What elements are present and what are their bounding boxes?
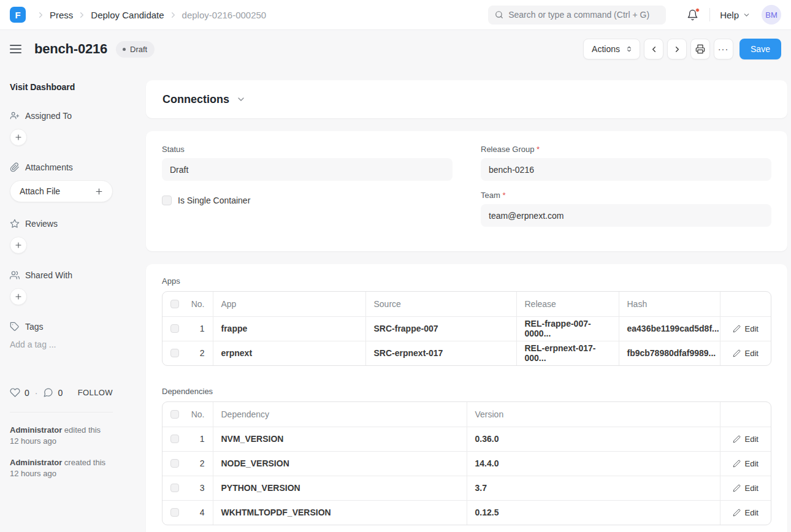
row-number: 1 xyxy=(200,324,205,333)
comments-count: 0 xyxy=(58,388,63,398)
add-tag-input[interactable]: Add a tag ... xyxy=(10,340,113,349)
grids-card: Apps No. App Source Release Hash xyxy=(146,264,787,532)
attach-file-label: Attach File xyxy=(20,186,60,196)
page-title: bench-0216 xyxy=(34,41,107,57)
print-button[interactable] xyxy=(690,39,710,59)
user-avatar[interactable]: BM xyxy=(762,5,781,25)
activity-time: 12 hours ago xyxy=(10,468,113,479)
pencil-icon xyxy=(733,435,741,443)
save-button[interactable]: Save xyxy=(739,39,781,59)
notifications-button[interactable] xyxy=(687,9,698,21)
previous-record-button[interactable] xyxy=(644,39,663,59)
row-checkbox[interactable] xyxy=(170,459,179,468)
dependencies-header-row: No. Dependency Version xyxy=(162,402,771,427)
version-cell[interactable]: 0.36.0 xyxy=(467,427,720,451)
actions-dropdown[interactable]: Actions xyxy=(583,39,640,59)
team-input[interactable] xyxy=(481,204,771,227)
breadcrumb-deploy-candidate[interactable]: Deploy Candidate xyxy=(91,10,164,20)
column-source: Source xyxy=(365,292,516,316)
assigned-to-label: Assigned To xyxy=(25,111,72,121)
select-all-checkbox[interactable] xyxy=(170,410,179,419)
row-checkbox[interactable] xyxy=(170,508,179,517)
edit-row-button[interactable]: Edit xyxy=(733,508,759,517)
visit-dashboard-link[interactable]: Visit Dashboard xyxy=(10,82,113,92)
dependency-cell[interactable]: PYTHON_VERSION xyxy=(213,476,467,500)
dependency-cell[interactable]: NVM_VERSION xyxy=(213,427,467,451)
activity-entry: Administrator edited this 12 hours ago xyxy=(10,425,113,447)
row-number: 2 xyxy=(200,348,205,358)
add-assignment-button[interactable] xyxy=(10,129,27,146)
add-share-button[interactable] xyxy=(10,288,27,305)
details-card: Status Is Single Container Release Group… xyxy=(146,131,787,251)
single-container-field[interactable]: Is Single Container xyxy=(162,196,453,205)
edit-row-button[interactable]: Edit xyxy=(733,484,759,493)
row-checkbox[interactable] xyxy=(170,435,179,443)
edit-row-button[interactable]: Edit xyxy=(733,459,759,468)
hash-cell[interactable]: fb9cb78980dfaf9989... xyxy=(619,341,720,365)
breadcrumb-press[interactable]: Press xyxy=(50,10,73,20)
column-app: App xyxy=(213,292,365,316)
hash-cell[interactable]: ea436be1199cad5d8f... xyxy=(619,316,720,341)
tags-section: Tags Add a tag ... xyxy=(10,322,113,349)
sidebar-divider xyxy=(10,412,113,412)
more-options-button[interactable]: ... xyxy=(714,39,733,59)
connections-toggle[interactable]: Connections xyxy=(162,93,246,106)
edit-row-button[interactable]: Edit xyxy=(733,324,759,333)
single-container-checkbox[interactable] xyxy=(162,196,172,205)
content: Visit Dashboard Assigned To Attachments … xyxy=(0,68,791,532)
follow-button[interactable]: FOLLOW xyxy=(78,388,113,397)
row-checkbox[interactable] xyxy=(170,324,179,333)
tags-label: Tags xyxy=(25,322,44,332)
status-field: Status xyxy=(162,145,453,181)
global-search[interactable] xyxy=(488,6,666,25)
single-container-label: Is Single Container xyxy=(178,196,250,205)
frappe-logo[interactable]: F xyxy=(10,7,26,23)
pencil-icon xyxy=(733,460,741,468)
release-cell[interactable]: REL-frappe-007-0000... xyxy=(516,316,619,341)
dependency-cell[interactable]: NODE_VERSION xyxy=(213,451,467,476)
user-plus-icon xyxy=(10,111,20,121)
dot-separator: · xyxy=(35,388,38,398)
row-checkbox[interactable] xyxy=(170,349,179,357)
edit-row-button[interactable]: Edit xyxy=(733,435,759,444)
connections-card: Connections xyxy=(146,80,787,118)
header-actions: Actions ... Save xyxy=(583,39,781,59)
version-cell[interactable]: 3.7 xyxy=(467,476,720,500)
chevron-down-icon xyxy=(236,94,246,104)
dependencies-table-row: 1 NVM_VERSION 0.36.0 Edit xyxy=(162,427,771,451)
release-group-input[interactable] xyxy=(481,158,771,181)
version-cell[interactable]: 0.12.5 xyxy=(467,500,720,525)
source-cell[interactable]: SRC-erpnext-017 xyxy=(365,341,516,365)
source-cell[interactable]: SRC-frappe-007 xyxy=(365,316,516,341)
next-record-button[interactable] xyxy=(667,39,687,59)
activity-log: Administrator edited this 12 hours ago A… xyxy=(10,425,113,479)
column-hash: Hash xyxy=(619,292,720,316)
release-cell[interactable]: REL-erpnext-017-000... xyxy=(516,341,619,365)
help-menu[interactable]: Help xyxy=(720,10,751,20)
attachments-section: Attachments Attach File xyxy=(10,162,113,202)
select-all-checkbox[interactable] xyxy=(170,300,179,308)
app-cell[interactable]: frappe xyxy=(213,316,365,341)
plus-icon xyxy=(95,188,103,196)
chevron-right-icon xyxy=(169,10,178,20)
row-number: 4 xyxy=(200,507,205,517)
comment-icon[interactable] xyxy=(43,387,53,398)
edit-row-button[interactable]: Edit xyxy=(733,349,759,358)
status-input[interactable] xyxy=(162,158,453,181)
search-input[interactable] xyxy=(508,10,659,20)
column-no: No. xyxy=(191,299,205,309)
document-social-row: 0 · 0 FOLLOW xyxy=(10,387,113,398)
ellipsis-icon: ... xyxy=(718,42,729,56)
sidebar-toggle-icon[interactable] xyxy=(10,45,21,53)
attach-file-button[interactable]: Attach File xyxy=(10,180,113,202)
add-review-button[interactable] xyxy=(10,237,27,254)
dependency-cell[interactable]: WKHTMLTOPDF_VERSION xyxy=(213,500,467,525)
pencil-icon xyxy=(733,484,741,492)
activity-action: created this xyxy=(64,458,105,467)
app-cell[interactable]: erpnext xyxy=(213,341,365,365)
version-cell[interactable]: 14.4.0 xyxy=(467,451,720,476)
heart-icon[interactable] xyxy=(10,387,20,398)
breadcrumb-current: deploy-0216-000250 xyxy=(182,10,267,20)
star-icon xyxy=(10,219,20,229)
row-checkbox[interactable] xyxy=(170,484,179,492)
